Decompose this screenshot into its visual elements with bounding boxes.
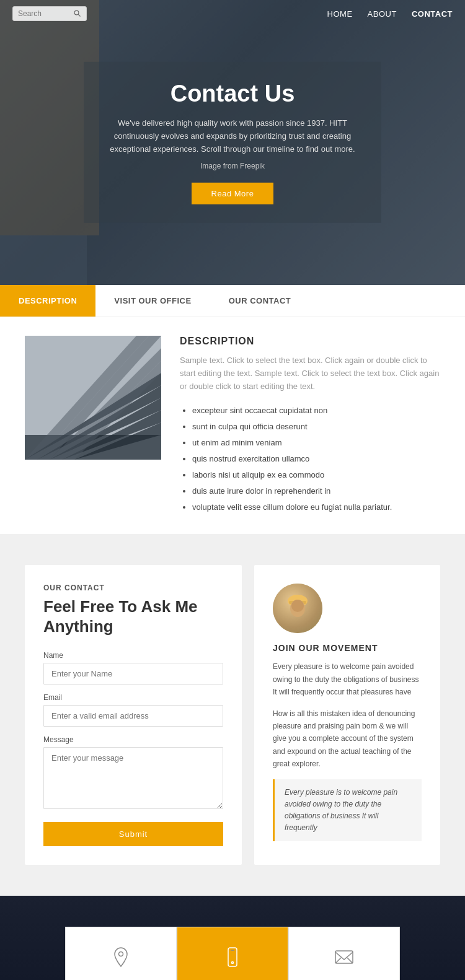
list-item: sunt in culpa qui officia deserunt (192, 419, 440, 435)
svg-line-1 (78, 14, 80, 16)
name-input[interactable] (43, 663, 223, 685)
join-title: JOIN OUR MOVEMENT (273, 643, 422, 653)
message-field-group: Message (43, 735, 223, 811)
search-box[interactable] (12, 6, 87, 21)
location-icon-svg (110, 946, 132, 968)
footer-cards: ADDRESS 27 13 Lowe Haven PHONE +111 343 … (0, 896, 465, 980)
hero-content: Contact Us We've delivered high quality … (84, 62, 381, 223)
submit-button[interactable]: Submit (43, 822, 223, 846)
svg-rect-21 (335, 951, 353, 963)
tab-description[interactable]: DESCRIPTION (0, 285, 95, 317)
join-section-box: JOIN OUR MOVEMENT Every pleasure is to w… (254, 565, 440, 864)
description-list: excepteur sint occaecat cupidatat non su… (180, 403, 440, 515)
description-image (25, 336, 161, 460)
description-text: DESCRIPTION Sample text. Click to select… (180, 336, 440, 515)
phone-icon (220, 946, 245, 971)
navbar: HOME ABOUT CONTACT (0, 0, 465, 27)
svg-point-20 (232, 961, 234, 963)
email-input[interactable] (43, 705, 223, 727)
contact-form-box: OUR CONTACT Feel Free To Ask Me Anything… (25, 565, 242, 864)
hero-title: Contact Us (108, 81, 356, 107)
hero-image-credit: Image from Freepik (108, 162, 356, 170)
description-heading: DESCRIPTION (180, 336, 440, 347)
hero-description: We've delivered high quality work with p… (108, 117, 356, 155)
message-label: Message (43, 735, 223, 744)
svg-point-17 (119, 952, 123, 956)
footer-email-card: E-MAIL business@info.com (288, 927, 400, 980)
email-label: Email (43, 693, 223, 702)
list-item: quis nostrud exercitation ullamco (192, 451, 440, 467)
footer-section: ADDRESS 27 13 Lowe Haven PHONE +111 343 … (0, 896, 465, 980)
svg-line-22 (335, 958, 341, 963)
name-field-group: Name (43, 651, 223, 685)
list-item: duis aute irure dolor in reprehenderit i… (192, 483, 440, 499)
email-icon (332, 946, 356, 971)
email-field-group: Email (43, 693, 223, 727)
tab-our-contact[interactable]: OUR CONTACT (210, 285, 310, 317)
footer-phone-card: PHONE +111 343 43 43 (177, 927, 288, 980)
join-paragraph-2: How is all this mistaken idea of denounc… (273, 707, 422, 771)
email-icon-svg (333, 946, 355, 968)
location-icon (108, 946, 133, 971)
list-item: excepteur sint occaecat cupidatat non (192, 403, 440, 419)
list-item: voluptate velit esse cillum dolore eu fu… (192, 499, 440, 515)
nav-about[interactable]: ABOUT (368, 9, 397, 19)
join-quote: Every pleasure is to welcome pain avoide… (273, 779, 422, 842)
phone-icon-svg (221, 946, 244, 968)
nav-home[interactable]: HOME (327, 9, 353, 19)
contact-title: Feel Free To Ask Me Anything (43, 597, 223, 636)
nav-links: HOME ABOUT CONTACT (327, 9, 453, 19)
name-label: Name (43, 651, 223, 660)
footer-address-card: ADDRESS 27 13 Lowe Haven (65, 927, 177, 980)
worker-avatar-illustration (280, 588, 315, 623)
avatar (273, 584, 322, 633)
description-content: DESCRIPTION Sample text. Click to select… (0, 317, 465, 534)
tab-visit[interactable]: VISIT OUR OFFICE (95, 285, 210, 317)
tabs-section: DESCRIPTION VISIT OUR OFFICE OUR CONTACT (0, 285, 465, 534)
contact-section: OUR CONTACT Feel Free To Ask Me Anything… (0, 534, 465, 895)
contact-inner: OUR CONTACT Feel Free To Ask Me Anything… (25, 565, 440, 864)
contact-section-label: OUR CONTACT (43, 584, 223, 592)
svg-line-23 (347, 958, 353, 963)
svg-point-0 (74, 11, 79, 15)
search-input[interactable] (18, 9, 74, 18)
list-item: laboris nisi ut aliquip ex ea commodo (192, 467, 440, 483)
join-paragraph-1: Every pleasure is to welcome pain avoide… (273, 660, 422, 698)
nav-contact[interactable]: CONTACT (412, 9, 453, 19)
hero-section: Contact Us We've delivered high quality … (0, 0, 465, 285)
tabs-bar: DESCRIPTION VISIT OUR OFFICE OUR CONTACT (0, 285, 465, 317)
list-item: ut enim ad minim veniam (192, 435, 440, 451)
staircase-illustration (25, 336, 161, 460)
svg-point-16 (291, 600, 304, 612)
hero-read-more-button[interactable]: Read More (192, 183, 274, 204)
search-icon (74, 10, 81, 17)
description-paragraph: Sample text. Click to select the text bo… (180, 354, 440, 393)
message-textarea[interactable] (43, 747, 223, 809)
